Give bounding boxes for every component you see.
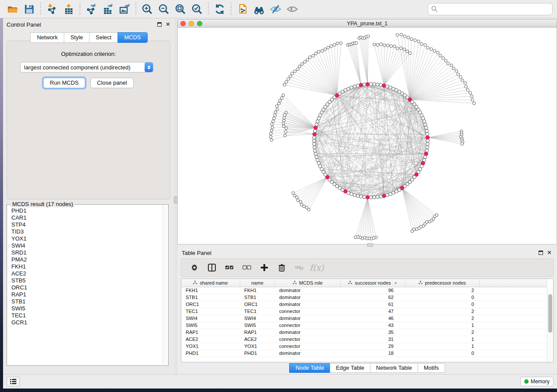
table-scrollbar[interactable] xyxy=(547,287,553,362)
close-mcds-panel-button[interactable]: Close panel xyxy=(90,78,134,88)
mcds-result-item[interactable]: STP4 xyxy=(11,221,162,228)
import-network-button[interactable] xyxy=(44,2,60,17)
mcds-result-item[interactable]: STB5 xyxy=(11,277,162,284)
column-header-mcds-role[interactable]: MCDS role xyxy=(275,279,340,287)
table-row[interactable]: PHD1 PHD1 dominator 18 0 xyxy=(181,350,547,357)
mcds-result-item[interactable]: RAP1 xyxy=(11,291,162,298)
table-settings-button[interactable] xyxy=(186,260,203,275)
desktop: { "toolbar": { "search_placeholder": "",… xyxy=(0,0,557,392)
table-row[interactable]: STB1 STB1 dominator 62 0 xyxy=(181,294,547,301)
table-row[interactable]: ACE2 ACE2 connector 31 1 xyxy=(181,336,547,343)
columns-icon xyxy=(208,263,216,272)
float-panel-icon[interactable] xyxy=(157,22,162,27)
delete-table-button xyxy=(291,260,308,275)
toolbar-separator xyxy=(135,3,136,16)
zoom-selected-icon xyxy=(191,3,203,15)
table-row[interactable]: YOX1 YOX1 connector 29 1 xyxy=(181,343,547,350)
mcds-result-item[interactable]: SWI5 xyxy=(11,305,162,312)
mcds-result-item[interactable]: PHD1 xyxy=(11,207,162,214)
table-row[interactable]: FKH1 FKH1 dominator 96 2 xyxy=(181,287,547,294)
import-table-button[interactable] xyxy=(60,2,77,17)
run-mcds-button[interactable]: Run MCDS xyxy=(43,78,85,88)
eye-slash-icon xyxy=(270,3,281,15)
delete-column-button[interactable] xyxy=(273,260,291,275)
deselect-all-rows-button[interactable] xyxy=(238,260,256,275)
search-network-button[interactable] xyxy=(251,2,267,17)
show-column-panel-button[interactable] xyxy=(203,260,221,275)
function-builder-button: f(x) xyxy=(308,260,325,275)
import-table-icon xyxy=(63,3,74,15)
control-panel-tab[interactable]: Select xyxy=(89,32,118,43)
export-network-button[interactable] xyxy=(83,2,100,17)
delete-table-icon xyxy=(295,263,304,272)
window-close-icon[interactable] xyxy=(180,21,186,26)
task-list-icon xyxy=(10,378,17,385)
mcds-result-item[interactable]: CAR1 xyxy=(11,214,162,221)
search-input[interactable] xyxy=(428,3,553,15)
mcds-result-item[interactable]: PMA2 xyxy=(11,256,162,263)
mcds-result-item[interactable]: TEC1 xyxy=(11,312,162,319)
column-header-shared-name[interactable]: shared name xyxy=(181,279,240,287)
save-session-button[interactable] xyxy=(21,2,38,17)
open-network-file-button[interactable] xyxy=(234,2,251,17)
export-table-button[interactable] xyxy=(100,2,116,17)
result-scrollbar[interactable] xyxy=(163,205,168,365)
window-minimize-icon[interactable] xyxy=(189,21,194,26)
table-selector-tab[interactable]: Edge Table xyxy=(330,363,370,373)
close-panel-icon[interactable]: ✕ xyxy=(547,251,552,255)
attribute-icon xyxy=(193,281,197,285)
column-header-predecessor-nodes[interactable]: predecessor nodes xyxy=(405,279,479,287)
export-image-button[interactable] xyxy=(116,2,133,17)
zoom-out-button[interactable] xyxy=(156,2,172,17)
zoom-fit-button[interactable] xyxy=(172,2,189,17)
window-zoom-icon[interactable] xyxy=(197,21,202,26)
control-panel-tab[interactable]: MCDS xyxy=(118,32,147,43)
close-panel-icon[interactable]: ✕ xyxy=(166,22,170,27)
mcds-result-item[interactable]: FKH1 xyxy=(11,263,162,270)
network-canvas[interactable] xyxy=(177,28,557,244)
zoom-selected-button[interactable] xyxy=(189,2,205,17)
hide-selected-button[interactable] xyxy=(267,2,284,17)
mcds-result-item[interactable]: GCR1 xyxy=(11,319,162,326)
search-icon xyxy=(431,6,438,12)
optimization-criterion-label: Optimization criterion: xyxy=(7,51,170,57)
memory-button[interactable]: Memory xyxy=(520,377,554,386)
eye-icon xyxy=(287,3,298,15)
mcds-result-item[interactable]: TID3 xyxy=(11,228,162,235)
network-window-titlebar[interactable]: YPA_prune.txt_1 xyxy=(177,19,557,28)
column-header-successor-nodes[interactable]: successor nodes∨ xyxy=(340,279,405,287)
scrollbar-thumb[interactable] xyxy=(548,294,552,333)
open-session-button[interactable] xyxy=(4,2,21,17)
table-header-row: shared name name MCDS role successor nod… xyxy=(181,279,547,287)
table-row[interactable]: ORC1 ORC1 dominator 61 0 xyxy=(181,301,547,308)
app-content: Control Panel ✕ NetworkStyleSelectMCDS O… xyxy=(3,18,557,389)
mcds-result-item[interactable]: SRD1 xyxy=(11,249,162,256)
mcds-result-item[interactable]: SWI4 xyxy=(11,242,162,249)
column-header-name[interactable]: name xyxy=(240,279,275,287)
add-column-button[interactable] xyxy=(256,260,273,275)
table-row[interactable]: RAP1 RAP1 dominator 35 2 xyxy=(181,329,547,336)
sort-icon: ∨ xyxy=(394,281,397,285)
show-all-button[interactable] xyxy=(284,2,301,17)
mcds-result-item[interactable]: ACE2 xyxy=(11,270,162,277)
table-selector-tab[interactable]: Motifs xyxy=(418,363,445,373)
mcds-result-item[interactable]: ORC1 xyxy=(11,284,162,291)
control-panel-tab[interactable]: Style xyxy=(64,32,89,43)
control-panel-tab[interactable]: Network xyxy=(30,32,64,43)
refresh-icon xyxy=(214,3,225,15)
task-history-button[interactable] xyxy=(7,377,20,386)
splitter-handle[interactable] xyxy=(367,243,373,247)
table-row[interactable]: SWI4 SWI4 dominator 46 2 xyxy=(181,315,547,322)
table-selector-tab[interactable]: Network Table xyxy=(370,363,418,373)
table-row[interactable]: SWI5 SWI5 connector 43 1 xyxy=(181,322,547,329)
mcds-result-item[interactable]: STB1 xyxy=(11,298,162,305)
select-all-rows-button[interactable] xyxy=(221,260,238,275)
table-selector-tab[interactable]: Node Table xyxy=(289,363,330,373)
deselect-all-icon xyxy=(242,263,251,272)
mcds-result-item[interactable]: YOX1 xyxy=(11,235,162,242)
apply-layout-button[interactable] xyxy=(211,2,228,17)
float-panel-icon[interactable] xyxy=(539,251,543,255)
criterion-select[interactable]: largest connected component (undirected) xyxy=(20,62,153,72)
zoom-in-button[interactable] xyxy=(139,2,156,17)
table-row[interactable]: TEC1 TEC1 connector 47 2 xyxy=(181,308,547,315)
